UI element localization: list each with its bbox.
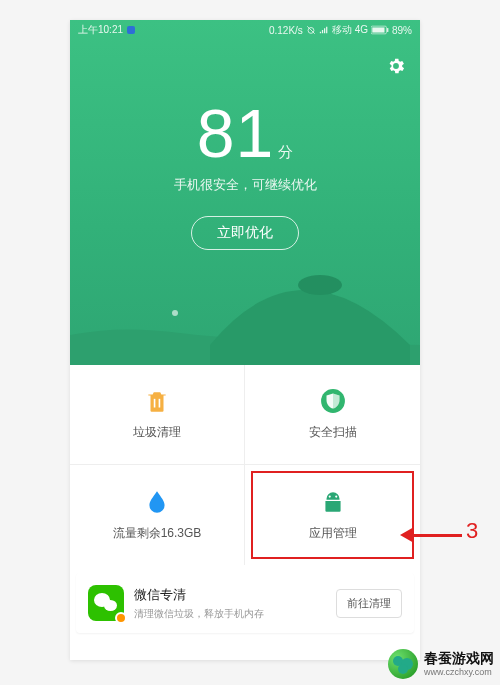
annotation-highlight bbox=[251, 471, 414, 559]
android-icon bbox=[320, 489, 346, 515]
watermark-url: www.czchxy.com bbox=[424, 667, 494, 677]
settings-button[interactable] bbox=[386, 56, 406, 80]
watermark-logo-icon bbox=[388, 649, 418, 679]
score-display: 81分 手机很安全，可继续优化 立即优化 bbox=[70, 94, 420, 250]
wechat-clean-card[interactable]: 微信专清 清理微信垃圾，释放手机内存 前往清理 bbox=[76, 573, 414, 633]
app-management-tile[interactable]: 应用管理 bbox=[245, 465, 420, 565]
alarm-off-icon bbox=[306, 25, 316, 35]
wechat-icon bbox=[88, 585, 124, 621]
svg-rect-3 bbox=[387, 28, 388, 32]
svg-rect-2 bbox=[372, 27, 384, 32]
optimize-button-label: 立即优化 bbox=[217, 224, 273, 242]
security-scan-tile[interactable]: 安全扫描 bbox=[245, 365, 420, 465]
sync-icon bbox=[127, 26, 135, 34]
shield-icon bbox=[320, 388, 346, 414]
score-subtitle: 手机很安全，可继续优化 bbox=[70, 176, 420, 194]
tile-label: 应用管理 bbox=[309, 525, 357, 542]
status-battery: 89% bbox=[392, 25, 412, 36]
go-clean-label: 前往清理 bbox=[347, 597, 391, 609]
battery-icon bbox=[371, 25, 389, 35]
annotation-number: 3 bbox=[466, 518, 478, 544]
signal-icon bbox=[319, 25, 329, 35]
data-usage-tile[interactable]: 流量剩余16.3GB bbox=[70, 465, 245, 565]
svg-point-13 bbox=[398, 664, 408, 674]
svg-point-4 bbox=[298, 275, 342, 295]
annotation-arrow-line bbox=[406, 534, 462, 537]
score-value: 81 bbox=[197, 94, 275, 172]
card-title: 微信专清 bbox=[134, 586, 326, 604]
status-time: 上午10:21 bbox=[78, 23, 123, 37]
watermark: 春蚕游戏网 www.czchxy.com bbox=[388, 649, 494, 679]
svg-point-10 bbox=[335, 495, 337, 497]
tile-label: 安全扫描 bbox=[309, 424, 357, 441]
watermark-title: 春蚕游戏网 bbox=[424, 651, 494, 666]
tile-label: 流量剩余16.3GB bbox=[113, 525, 202, 542]
status-speed: 0.12K/s bbox=[269, 25, 303, 36]
go-clean-button[interactable]: 前往清理 bbox=[336, 589, 402, 618]
trash-icon bbox=[144, 388, 170, 414]
svg-rect-6 bbox=[154, 399, 156, 408]
droplet-icon bbox=[144, 489, 170, 515]
mountain-decoration bbox=[70, 255, 420, 365]
feature-grid: 垃圾清理 安全扫描 流量剩余16.3GB 应用管理 bbox=[70, 365, 420, 565]
gear-icon bbox=[386, 56, 406, 76]
score-unit: 分 bbox=[278, 143, 293, 160]
trash-cleanup-tile[interactable]: 垃圾清理 bbox=[70, 365, 245, 465]
card-subtitle: 清理微信垃圾，释放手机内存 bbox=[134, 607, 326, 621]
svg-point-9 bbox=[328, 495, 330, 497]
optimize-button[interactable]: 立即优化 bbox=[191, 216, 299, 250]
status-bar: 上午10:21 0.12K/s 移动 4G 89% bbox=[70, 20, 420, 40]
svg-point-5 bbox=[172, 310, 178, 316]
svg-rect-7 bbox=[159, 399, 161, 408]
status-carrier: 移动 4G bbox=[332, 23, 368, 37]
tile-label: 垃圾清理 bbox=[133, 424, 181, 441]
security-hero: 上午10:21 0.12K/s 移动 4G 89% 81分 手机很安全，可继续优… bbox=[70, 20, 420, 365]
phone-screen: 上午10:21 0.12K/s 移动 4G 89% 81分 手机很安全，可继续优… bbox=[70, 20, 420, 660]
